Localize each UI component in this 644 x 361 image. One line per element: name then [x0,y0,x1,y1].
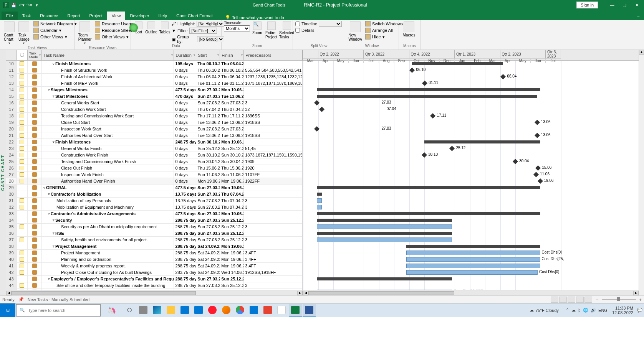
task-mode-cell[interactable] [28,256,42,262]
scroll-thumb[interactable] [12,291,196,295]
table-row[interactable]: 30▿Contractor's Mobilization13.75 daysSu… [6,191,303,198]
duration-cell[interactable]: 0 days [174,178,196,184]
tab-report[interactable]: Report [63,12,84,20]
macros-button[interactable]: Macros [401,21,417,38]
finish-cell[interactable]: Thu 17.11.22 [220,113,244,119]
duration-cell[interactable]: 13.75 days [174,191,196,197]
task-bar[interactable] [317,224,452,229]
task-mode-cell[interactable] [28,263,42,269]
finish-cell[interactable]: Mon 19.06.2 [220,243,244,249]
task-mode-cell[interactable] [28,100,42,106]
duration-cell[interactable]: 0 days [174,106,196,112]
duration-cell[interactable]: 0 days [174,171,196,178]
task-name-cell[interactable]: Close Out Finish [42,165,174,171]
collapse-icon[interactable]: ▿ [53,218,55,222]
task-bar[interactable] [406,251,540,255]
app-word[interactable] [303,304,316,316]
task-name-cell[interactable]: Authorities Hand Over Start [42,132,174,138]
duration-cell[interactable]: 477.5 days [174,87,196,93]
finish-cell[interactable]: Mon 19.06.2 [220,256,244,262]
predecessors-cell[interactable]: 1918SS [244,132,303,138]
app-outlook[interactable] [247,304,260,316]
finish-cell[interactable]: Mon 19.06.2 [220,263,244,269]
finish-cell[interactable]: Sun 27.03.22 [220,100,244,106]
predecessors-cell[interactable]: 32 [244,106,303,112]
task-name-cell[interactable]: Construction Work Start [42,106,174,112]
row-number[interactable]: 21 [6,132,17,138]
table-row[interactable]: 36▿HSE288.75 daysSun 27.03.22Sun 25.12.2… [6,230,303,237]
row-number[interactable]: 34 [6,217,17,223]
duration-cell[interactable]: 0 days [174,132,196,138]
grid-body[interactable]: 10▿Finish Milestones195 daysThu 06.10.22… [6,61,303,290]
finish-cell[interactable]: Tue 13.06.23 [220,119,244,125]
undo-icon[interactable]: ↶▾ [18,2,25,8]
task-name-cell[interactable]: Safety, health and environments for all … [42,237,174,243]
app-mail[interactable] [192,304,205,316]
table-row[interactable]: 21Authorities Hand Over Start0 daysTue 1… [6,132,303,139]
view-report-icon[interactable] [584,297,592,303]
start-cell[interactable]: Thu 06.10.22 [196,67,220,73]
task-name-cell[interactable]: Testing and Commissioning Work Finish [42,158,174,165]
group-select[interactable]: [No Group] [197,36,224,42]
table-row[interactable]: 18Testing and Commissioning Work Start0 … [6,113,303,119]
predecessors-cell[interactable] [244,191,303,197]
row-number[interactable]: 16 [6,100,17,106]
header-duration[interactable]: Duration▾ [174,50,196,60]
row-number[interactable]: 35 [6,224,17,230]
start-cell[interactable]: Tue 13.06.23 [196,119,220,125]
table-row[interactable]: 16General Works Start0 daysSun 27.03.22S… [6,100,303,106]
gantt-chart-button[interactable]: Gantt Chart▾ [2,21,16,46]
summary-bar[interactable] [406,245,540,248]
finish-cell[interactable]: Sun 25.12.22 [220,217,244,223]
highlight-select[interactable]: [No Highlight] [197,21,224,27]
task-name-cell[interactable]: ▿Finish Milestones [42,61,174,67]
predecessors-cell[interactable] [244,139,303,145]
tables-button[interactable]: Tables [159,21,171,35]
task-name-cell[interactable]: ▿Finish Milestones [42,139,174,145]
finish-cell[interactable]: Mon 19.06.2 [220,250,244,256]
task-name-cell[interactable]: Mobilization of Equipment and Machinery [42,204,174,210]
task-mode-cell[interactable] [28,67,42,73]
row-number[interactable]: 26 [6,165,17,171]
tray-volume-icon[interactable]: 🔊 [591,308,596,313]
duration-cell[interactable]: 288.75 days [174,276,196,282]
duration-cell[interactable]: 0 days [174,158,196,165]
finish-cell[interactable]: Sun 30.10.22 [220,152,244,158]
app-todoist[interactable] [261,304,274,316]
finish-cell[interactable]: Tue 01.11.22 [220,80,244,86]
start-cell[interactable]: Sun 27.03.22 [196,204,220,210]
row-number[interactable]: 32 [6,204,17,210]
finish-cell[interactable]: Sun 25.12.22 [220,224,244,230]
predecessors-cell[interactable]: 555,554,584,583,553,542,541 [244,67,303,73]
task-mode-cell[interactable] [28,243,42,249]
predecessors-cell[interactable]: 1912SS,1918FF [244,269,303,275]
table-row[interactable]: 35Security as per Abu Dhabi municipality… [6,224,303,230]
task-name-cell[interactable]: Authorities Hand Over Finish [42,178,174,184]
start-cell[interactable]: Sat 24.09.22 [196,256,220,262]
table-row[interactable]: 41Weekly & monthly progress report.288.7… [6,263,303,269]
signin-button[interactable]: Sign in [576,2,598,8]
start-cell[interactable]: Thu 06.10.22 [196,61,220,67]
filter-select[interactable]: [No Filter] [189,28,217,34]
task-mode-cell[interactable] [28,74,42,80]
table-row[interactable]: 40Planning and co-ordination288.75 daysS… [6,256,303,263]
table-row[interactable]: 42Project Close Out including for As bui… [6,269,303,276]
duration-cell[interactable]: 13.75 days [174,198,196,204]
duration-cell[interactable]: 283.75 days [174,269,196,275]
table-row[interactable]: 31Mobilization of key Personals13.75 day… [6,198,303,204]
restore-icon[interactable]: ▢ [619,1,630,9]
table-row[interactable]: 34▿Security288.75 daysSun 27.03.22Sun 25… [6,217,303,224]
task-mode-cell[interactable] [28,191,42,197]
selected-tasks-button[interactable]: Selected Tasks [279,21,295,40]
zoom-knob[interactable] [617,297,620,301]
finish-cell[interactable]: Thu 07.04.22 [220,204,244,210]
table-row[interactable]: 44Site office and other temporary facili… [6,282,303,289]
collapse-icon[interactable]: ▿ [43,186,45,190]
task-mode-cell[interactable] [28,93,42,99]
start-button[interactable]: ⊞ [0,303,15,317]
app-explorer[interactable] [137,304,150,316]
finish-cell[interactable]: Sun 25.12.22 [220,276,244,282]
header-predecessors[interactable]: Predecessors [244,50,303,60]
task-mode-cell[interactable] [28,113,42,119]
collapse-icon[interactable]: ▿ [53,140,55,144]
